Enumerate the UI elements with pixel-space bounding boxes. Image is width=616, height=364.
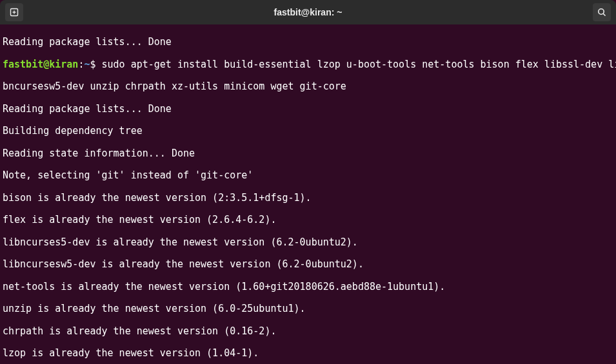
new-tab-button[interactable]	[5, 3, 23, 21]
output-line: net-tools is already the newest version …	[3, 282, 613, 292]
output-line: Reading package lists... Done	[3, 37, 613, 48]
command-text: sudo apt-get install build-essential lzo…	[96, 59, 617, 70]
svg-point-3	[599, 9, 604, 14]
output-line: Note, selecting 'git' instead of 'git-co…	[3, 170, 613, 181]
new-tab-icon	[9, 7, 19, 17]
output-line: unzip is already the newest version (6.0…	[3, 303, 613, 314]
output-line: Reading package lists... Done	[3, 104, 613, 115]
prompt-user-host: fastbit@kiran	[3, 59, 78, 70]
output-line: libncurses5-dev is already the newest ve…	[3, 237, 613, 248]
prompt-dollar: $	[90, 59, 95, 70]
terminal-output[interactable]: Reading package lists... Done fastbit@ki…	[0, 24, 616, 364]
output-line: bncursesw5-dev unzip chrpath xz-utils mi…	[3, 81, 613, 92]
output-line: flex is already the newest version (2.6.…	[3, 215, 613, 225]
svg-line-4	[603, 14, 605, 15]
window-title: fastbit@kiran: ~	[274, 7, 343, 17]
search-button[interactable]	[593, 3, 611, 21]
output-line: bison is already the newest version (2:3…	[3, 193, 613, 204]
window-titlebar: fastbit@kiran: ~	[0, 0, 616, 24]
output-line: libncursesw5-dev is already the newest v…	[3, 259, 613, 270]
output-line: Building dependency tree	[3, 126, 613, 137]
output-line: lzop is already the newest version (1.04…	[3, 348, 613, 359]
search-icon	[597, 7, 607, 17]
output-line: chrpath is already the newest version (0…	[3, 326, 613, 337]
prompt-line: fastbit@kiran:~$ sudo apt-get install bu…	[3, 59, 613, 70]
output-line: Reading state information... Done	[3, 148, 613, 159]
